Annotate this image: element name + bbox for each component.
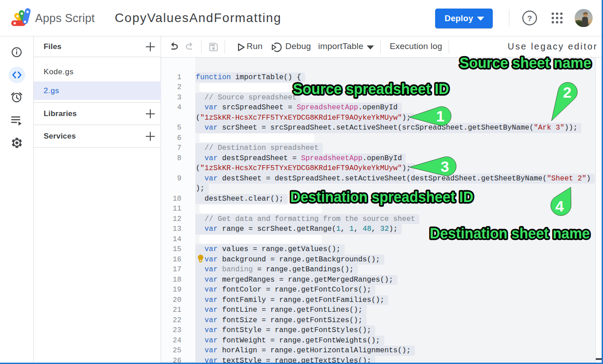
svg-text:?: ? <box>527 14 532 23</box>
